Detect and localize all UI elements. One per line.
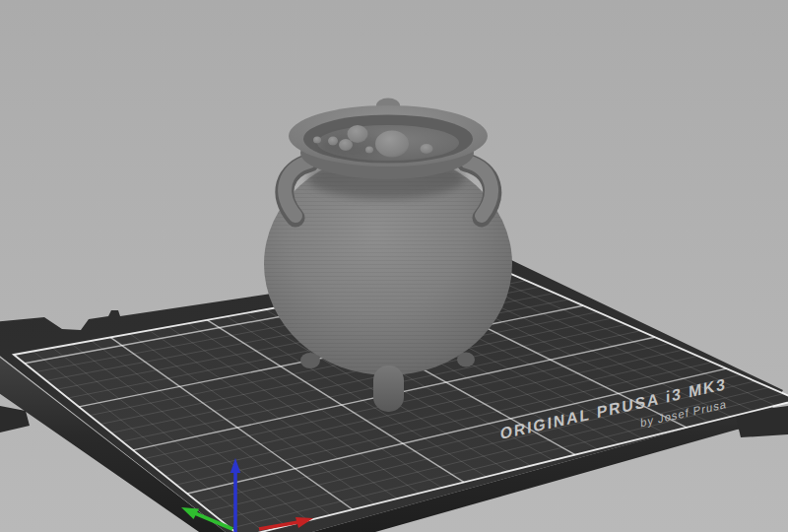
cauldron-leg-front xyxy=(373,366,404,412)
scene-canvas[interactable]: ORIGINAL PRUSA i3 MK3 by Josef Prusa xyxy=(0,0,788,532)
viewport-3d[interactable]: ORIGINAL PRUSA i3 MK3 by Josef Prusa xyxy=(0,0,788,532)
